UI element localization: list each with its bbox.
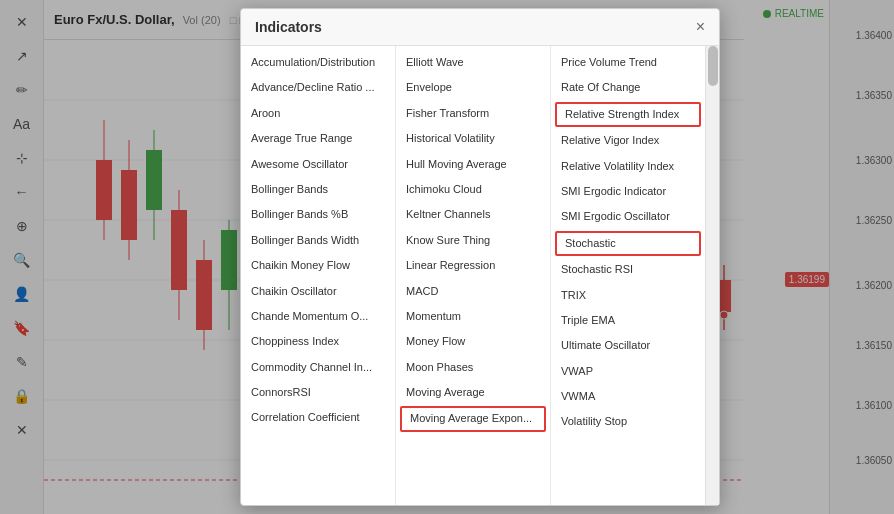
indicator-item[interactable]: Chaikin Oscillator [241,279,395,304]
indicator-item[interactable]: MACD [396,279,550,304]
indicator-item[interactable]: Ultimate Oscillator [551,333,705,358]
scrollbar-thumb[interactable] [708,46,718,86]
indicator-item[interactable]: Aroon [241,101,395,126]
indicator-relative-vigor-index[interactable]: Relative Vigor Index [551,128,705,153]
indicator-item[interactable]: Accumulation/Distribution [241,50,395,75]
indicator-item[interactable]: Commodity Channel In... [241,355,395,380]
indicator-stochastic[interactable]: Stochastic [555,231,701,256]
indicator-item[interactable]: Choppiness Index [241,329,395,354]
indicator-correlation-coefficient[interactable]: Correlation Coefficient [241,405,395,430]
indicator-item[interactable]: Ichimoku Cloud [396,177,550,202]
indicators-container: Accumulation/Distribution Advance/Declin… [241,46,705,505]
dialog-body: Accumulation/Distribution Advance/Declin… [241,46,719,505]
indicator-item[interactable]: ConnorsRSI [241,380,395,405]
dialog-close-button[interactable]: × [696,19,705,35]
indicator-item[interactable]: Historical Volatility [396,126,550,151]
indicators-dialog: Indicators × Accumulation/Distribution A… [240,8,720,506]
indicator-item[interactable]: Bollinger Bands %B [241,202,395,227]
indicator-item[interactable]: Rate Of Change [551,75,705,100]
indicator-item[interactable]: VWAP [551,359,705,384]
indicator-item[interactable]: SMI Ergodic Oscillator [551,204,705,229]
indicator-column-1: Accumulation/Distribution Advance/Declin… [241,46,396,505]
indicator-item[interactable]: TRIX [551,283,705,308]
indicator-item[interactable]: Linear Regression [396,253,550,278]
indicator-item[interactable]: Know Sure Thing [396,228,550,253]
dialog-title: Indicators [255,19,322,35]
scrollbar[interactable] [705,46,719,505]
indicator-item[interactable]: Average True Range [241,126,395,151]
indicator-item[interactable]: Hull Moving Average [396,152,550,177]
indicator-item[interactable]: Money Flow [396,329,550,354]
indicator-item[interactable]: SMI Ergodic Indicator [551,179,705,204]
indicator-item[interactable]: Elliott Wave [396,50,550,75]
indicator-item[interactable]: Chande Momentum O... [241,304,395,329]
indicator-item[interactable]: Momentum [396,304,550,329]
indicator-item[interactable]: Moving Average [396,380,550,405]
dialog-overlay: Indicators × Accumulation/Distribution A… [0,0,894,514]
indicator-column-3: Price Volume Trend Rate Of Change Relati… [551,46,705,505]
indicator-item[interactable]: Volatility Stop [551,409,705,434]
indicator-item[interactable]: Bollinger Bands Width [241,228,395,253]
indicator-column-2: Elliott Wave Envelope Fisher Transform H… [396,46,551,505]
indicator-item[interactable]: Triple EMA [551,308,705,333]
indicator-item[interactable]: Bollinger Bands [241,177,395,202]
indicator-item[interactable]: Envelope [396,75,550,100]
indicator-item[interactable]: Advance/Decline Ratio ... [241,75,395,100]
dialog-header: Indicators × [241,9,719,46]
indicator-item[interactable]: VWMA [551,384,705,409]
indicator-item[interactable]: Moon Phases [396,355,550,380]
indicator-relative-volatility-index[interactable]: Relative Volatility Index [551,154,705,179]
indicator-item[interactable]: Keltner Channels [396,202,550,227]
indicator-item[interactable]: Stochastic RSI [551,257,705,282]
indicator-moving-average-exponential[interactable]: Moving Average Expon... [400,406,546,431]
indicator-item[interactable]: Price Volume Trend [551,50,705,75]
indicator-item[interactable]: Awesome Oscillator [241,152,395,177]
indicator-item[interactable]: Chaikin Money Flow [241,253,395,278]
indicator-relative-strength-index[interactable]: Relative Strength Index [555,102,701,127]
indicator-item[interactable]: Fisher Transform [396,101,550,126]
